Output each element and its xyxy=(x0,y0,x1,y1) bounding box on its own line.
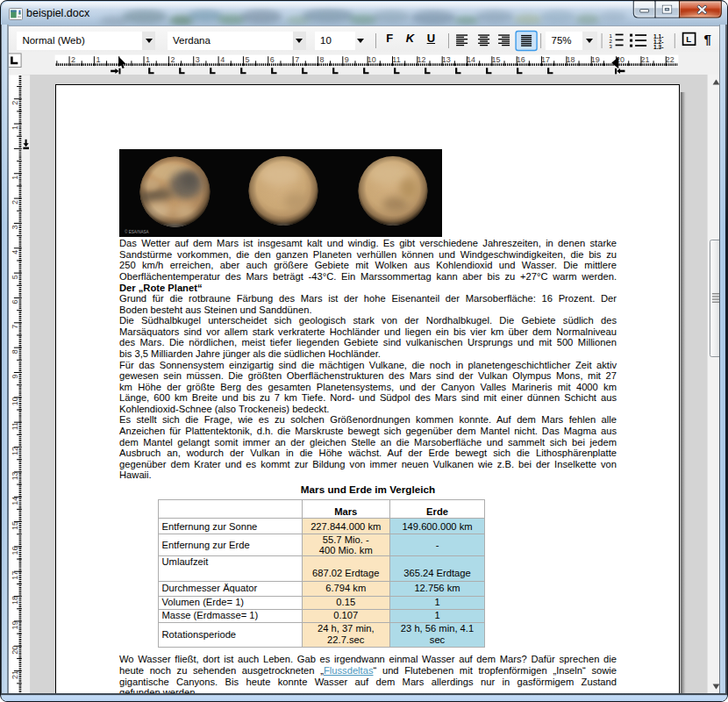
svg-text:© ESA/NASA: © ESA/NASA xyxy=(125,228,150,233)
svg-text:5: 5 xyxy=(246,55,250,64)
svg-text:6: 6 xyxy=(11,299,19,304)
svg-text:2: 2 xyxy=(71,55,75,64)
svg-text:12: 12 xyxy=(11,447,19,455)
svg-text:2: 2 xyxy=(11,200,19,204)
svg-text:14: 14 xyxy=(467,55,475,64)
svg-text:8: 8 xyxy=(320,55,325,64)
svg-text:1: 1 xyxy=(11,125,19,130)
svg-text:19: 19 xyxy=(11,620,19,629)
svg-text:15: 15 xyxy=(492,55,501,64)
svg-text:21: 21 xyxy=(641,55,650,64)
svg-text:3: 3 xyxy=(196,55,200,64)
svg-text:9: 9 xyxy=(11,375,19,379)
svg-text:7: 7 xyxy=(296,55,300,64)
svg-text:¶: ¶ xyxy=(704,32,711,47)
svg-text:20: 20 xyxy=(11,646,19,655)
svg-text:9: 9 xyxy=(345,55,349,64)
svg-text:16: 16 xyxy=(11,546,19,555)
svg-text:1: 1 xyxy=(146,55,151,64)
svg-text:13: 13 xyxy=(442,55,451,64)
svg-text:15: 15 xyxy=(11,521,19,530)
svg-text:2: 2 xyxy=(11,101,19,105)
svg-text:7: 7 xyxy=(11,325,19,329)
svg-text:19: 19 xyxy=(591,55,600,64)
svg-text:11: 11 xyxy=(393,55,401,64)
svg-text:18: 18 xyxy=(11,596,19,605)
svg-text:2: 2 xyxy=(171,55,175,64)
svg-text:6: 6 xyxy=(270,55,275,64)
svg-text:13: 13 xyxy=(11,471,19,480)
svg-text:10: 10 xyxy=(11,397,19,405)
svg-text:21: 21 xyxy=(11,670,19,679)
svg-text:1.3-: 1.3- xyxy=(653,44,663,50)
svg-text:16: 16 xyxy=(517,55,525,64)
svg-text:4: 4 xyxy=(11,250,19,254)
svg-text:3: 3 xyxy=(610,44,613,49)
svg-text:12: 12 xyxy=(418,55,426,64)
svg-text:L: L xyxy=(687,34,692,44)
svg-text:1: 1 xyxy=(96,55,101,64)
svg-text:22: 22 xyxy=(666,55,674,64)
svg-text:10: 10 xyxy=(368,55,376,64)
svg-text:11: 11 xyxy=(11,422,19,430)
svg-text:5: 5 xyxy=(11,275,19,279)
svg-text:4: 4 xyxy=(221,55,225,64)
svg-text:3: 3 xyxy=(11,225,19,229)
svg-text:17: 17 xyxy=(541,55,550,64)
svg-text:17: 17 xyxy=(11,571,19,580)
svg-text:18: 18 xyxy=(567,55,575,64)
svg-text:14: 14 xyxy=(11,497,19,505)
svg-text:8: 8 xyxy=(11,349,19,354)
svg-text:1: 1 xyxy=(11,176,19,180)
